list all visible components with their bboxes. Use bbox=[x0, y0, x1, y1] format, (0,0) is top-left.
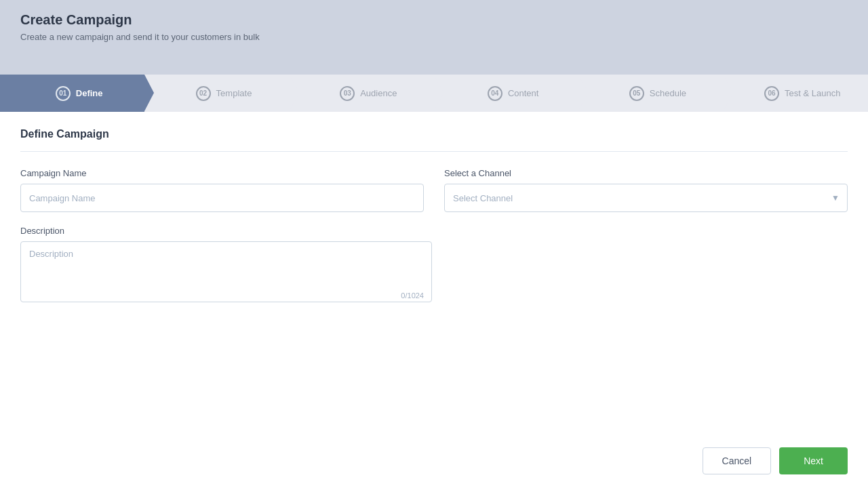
campaign-name-group: Campaign Name bbox=[20, 168, 424, 212]
select-channel-wrapper: Select Channel Email SMS Push ▼ bbox=[444, 184, 848, 212]
step-content-label: Content bbox=[508, 88, 539, 98]
step-audience-label: Audience bbox=[360, 88, 397, 98]
step-schedule-label: Schedule bbox=[650, 88, 686, 98]
footer-actions: Cancel Next bbox=[682, 434, 868, 488]
step-content[interactable]: 04 Content bbox=[434, 75, 578, 112]
step-test-launch[interactable]: 06 Test & Launch bbox=[724, 75, 868, 112]
stepper: 01 Define 02 Template 03 Audience 04 Con… bbox=[0, 75, 868, 112]
step-schedule-number: 05 bbox=[629, 86, 644, 101]
step-audience-number: 03 bbox=[340, 86, 355, 101]
form-section-title: Define Campaign bbox=[20, 128, 848, 152]
next-button[interactable]: Next bbox=[779, 447, 848, 474]
description-wrapper: 0/1024 bbox=[20, 241, 432, 305]
page-header: Create Campaign Create a new campaign an… bbox=[0, 0, 868, 75]
main-content: Define Campaign Campaign Name Select a C… bbox=[0, 112, 868, 488]
select-channel-group: Select a Channel Select Channel Email SM… bbox=[444, 168, 848, 212]
campaign-name-label: Campaign Name bbox=[20, 168, 424, 178]
char-count: 0/1024 bbox=[401, 291, 424, 300]
step-define[interactable]: 01 Define bbox=[0, 75, 144, 112]
name-channel-row: Campaign Name Select a Channel Select Ch… bbox=[20, 168, 848, 212]
step-test-launch-number: 06 bbox=[764, 86, 779, 101]
step-define-label: Define bbox=[76, 88, 103, 98]
description-group: Description 0/1024 bbox=[20, 226, 432, 305]
description-textarea[interactable] bbox=[20, 241, 432, 302]
page-subtitle: Create a new campaign and send it to you… bbox=[20, 32, 848, 42]
define-campaign-form: Define Campaign Campaign Name Select a C… bbox=[0, 112, 868, 335]
step-content-number: 04 bbox=[488, 86, 502, 101]
description-label: Description bbox=[20, 226, 432, 236]
page-title: Create Campaign bbox=[20, 12, 848, 28]
select-channel-dropdown[interactable]: Select Channel Email SMS Push bbox=[444, 184, 848, 212]
step-template[interactable]: 02 Template bbox=[144, 75, 289, 112]
campaign-name-input[interactable] bbox=[20, 184, 424, 212]
step-schedule[interactable]: 05 Schedule bbox=[578, 75, 723, 112]
step-define-number: 01 bbox=[56, 86, 71, 101]
step-audience[interactable]: 03 Audience bbox=[290, 75, 434, 112]
step-template-number: 02 bbox=[196, 86, 211, 101]
step-test-launch-label: Test & Launch bbox=[785, 88, 840, 98]
cancel-button[interactable]: Cancel bbox=[703, 447, 772, 474]
description-row: Description 0/1024 bbox=[20, 226, 848, 305]
select-channel-label: Select a Channel bbox=[444, 168, 848, 178]
step-template-label: Template bbox=[216, 88, 252, 98]
